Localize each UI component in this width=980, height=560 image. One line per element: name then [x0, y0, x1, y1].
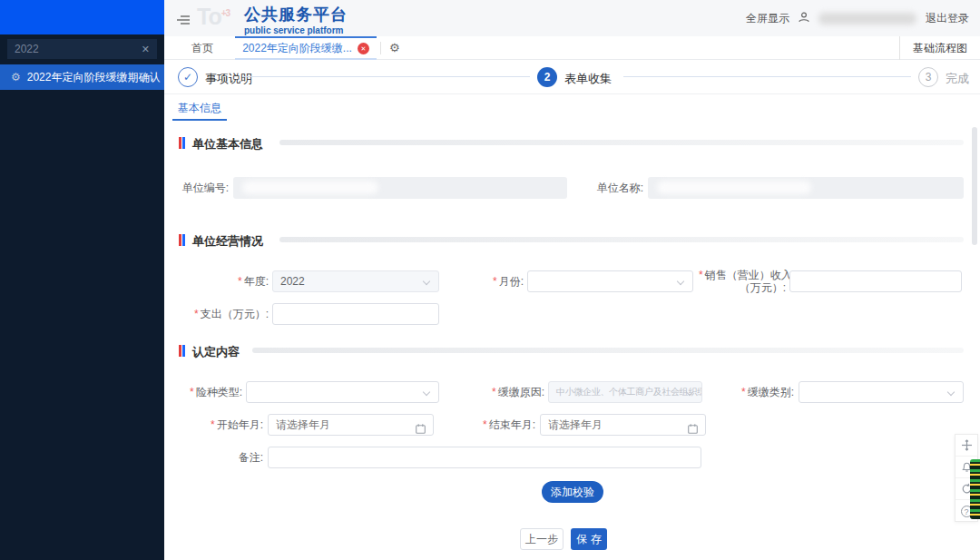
add-validation-button[interactable]: 添加校验	[542, 481, 603, 503]
previous-step-button[interactable]: 上一步	[520, 528, 564, 550]
income-input[interactable]	[789, 270, 962, 292]
brand-subtitle: public service platform	[244, 25, 348, 35]
income-label: *销售（营业）收入（万元）:	[699, 269, 786, 294]
active-tab-label: 2022年定向阶段缓缴...	[242, 41, 352, 56]
year-label: *年度:	[178, 270, 269, 292]
topbar: To+3 公共服务平台 public service platform 全屏显示…	[164, 0, 980, 36]
end-month-input[interactable]	[541, 415, 677, 435]
start-month-input[interactable]	[269, 415, 405, 435]
topbar-right: 全屏显示 退出登录	[746, 0, 969, 36]
category-select[interactable]	[799, 381, 964, 403]
chevron-down-icon	[677, 278, 684, 285]
sidebar-item-deferral-confirm[interactable]: ⚙ 2022年定向阶段缓缴期确认	[0, 64, 164, 90]
unit-code-blurred-value	[242, 181, 378, 194]
brand-title: 公共服务平台	[244, 4, 348, 25]
section-line	[279, 237, 964, 242]
category-label: *缓缴类别:	[703, 381, 794, 403]
step3-label: 完成	[946, 71, 969, 87]
logout-button[interactable]: 退出登录	[926, 11, 969, 26]
tab-basic-info-underline	[172, 119, 227, 121]
section-marker-icon	[179, 345, 185, 357]
expense-input[interactable]	[272, 303, 439, 325]
unit-name-field	[648, 177, 964, 199]
sidebar: 2022 ✕ ⚙ 2022年定向阶段缓缴期确认	[0, 0, 164, 560]
year-value: 2022	[280, 275, 305, 288]
tab-home[interactable]: 首页	[191, 36, 213, 60]
username-blurred	[818, 13, 916, 25]
unit-code-label: 单位编号:	[145, 177, 229, 199]
tab-deferral-active[interactable]: 2022年定向阶段缓缴... ✕	[235, 36, 377, 60]
platform-logo: To+3	[197, 4, 230, 30]
reason-value: 中小微企业、个体工商户及社会组织缓缴	[556, 387, 702, 397]
brand: 公共服务平台 public service platform	[244, 4, 348, 35]
start-month-picker[interactable]	[268, 414, 434, 436]
tabbar: 首页 2022年定向阶段缓缴... ✕ ⚙ 基础流程图	[164, 36, 980, 60]
move-tool-icon[interactable]	[956, 435, 977, 457]
reason-select-disabled: 中小微企业、个体工商户及社会组织缓缴	[548, 381, 702, 403]
section-marker-icon	[179, 137, 185, 149]
start-month-label: *开始年月:	[172, 414, 263, 436]
month-select[interactable]	[527, 270, 693, 292]
insurance-type-label: *险种类型:	[152, 381, 242, 403]
reason-label: *缓缴原因:	[454, 381, 544, 403]
end-month-picker[interactable]	[540, 414, 706, 436]
step2-circle: 2	[537, 67, 557, 87]
year-select[interactable]: 2022	[272, 270, 439, 292]
sidebar-logo-block	[0, 0, 164, 34]
end-month-label: *结束年月:	[445, 414, 535, 436]
tab-settings-gear-icon[interactable]: ⚙	[389, 36, 400, 60]
remark-label: 备注:	[191, 447, 263, 468]
form-content: 单位基本信息 单位编号: 单位名称: 单位经营情况 *年度: 2022 *月份:…	[164, 122, 980, 560]
user-icon	[799, 10, 809, 26]
steps-bar: ✓ 事项说明 2 表单收集 3 完成	[164, 60, 980, 94]
sidebar-search-input[interactable]: 2022	[15, 43, 142, 55]
unit-code-field	[233, 177, 567, 199]
menu-fold-icon[interactable]	[177, 13, 190, 29]
fullscreen-button[interactable]: 全屏显示	[746, 11, 789, 26]
tab-divider	[380, 42, 381, 54]
section1-title: 单位基本信息	[192, 136, 263, 152]
insurance-type-select[interactable]	[246, 381, 439, 403]
sidebar-item-label: 2022年定向阶段缓缴期确认	[27, 70, 161, 85]
pixel-widget[interactable]	[970, 459, 980, 519]
subtab-bar: 基本信息	[164, 94, 980, 122]
step-connector	[243, 76, 530, 77]
section-line	[252, 348, 964, 353]
chevron-down-icon	[423, 388, 430, 396]
section-marker-icon	[179, 234, 185, 246]
chevron-down-icon	[947, 388, 955, 396]
gear-icon: ⚙	[11, 71, 21, 84]
scrollbar-thumb[interactable]	[972, 127, 977, 245]
expense-label: *支出（万元）:	[169, 303, 269, 325]
calendar-icon[interactable]	[416, 420, 426, 440]
unit-name-blurred-value	[657, 181, 811, 194]
flowchart-link[interactable]: 基础流程图	[899, 36, 967, 60]
month-label: *月份:	[433, 270, 524, 292]
tab-close-icon[interactable]: ✕	[358, 43, 369, 54]
step-connector	[623, 76, 911, 77]
tab-basic-info[interactable]: 基本信息	[178, 101, 221, 116]
step2-label: 表单收集	[564, 71, 612, 87]
remark-input[interactable]	[268, 447, 701, 468]
section2-title: 单位经营情况	[192, 233, 263, 250]
step1-check-icon: ✓	[178, 67, 198, 87]
save-button[interactable]: 保 存	[571, 528, 607, 550]
sidebar-search[interactable]: 2022 ✕	[7, 39, 157, 59]
chevron-down-icon	[423, 278, 430, 285]
section-line	[279, 140, 964, 145]
unit-name-label: 单位名称:	[560, 177, 643, 199]
calendar-icon[interactable]	[688, 420, 698, 440]
step1-label: 事项说明	[205, 71, 252, 87]
search-clear-icon[interactable]: ✕	[142, 44, 150, 55]
screen: 2022 ✕ ⚙ 2022年定向阶段缓缴期确认 To+3 公共服务平台 publ…	[0, 0, 980, 560]
section3-title: 认定内容	[192, 344, 240, 360]
step3-circle: 3	[918, 67, 938, 87]
